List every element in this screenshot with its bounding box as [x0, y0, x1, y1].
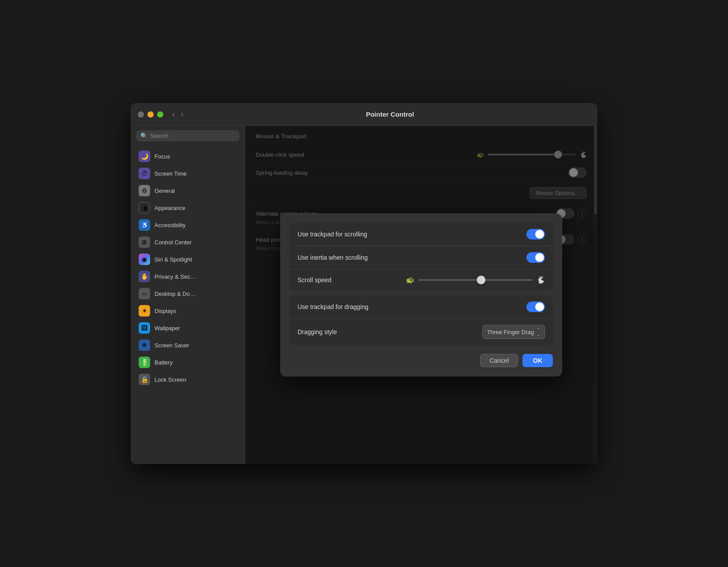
use-inertia-row: Use inertia when scrolling	[290, 246, 553, 269]
sidebar-item-lock-screen[interactable]: 🔒 Lock Screen	[133, 371, 242, 388]
sidebar-item-displays[interactable]: ☀ Displays	[133, 302, 242, 319]
scroll-fast-icon: 🐇	[536, 276, 545, 284]
scroll-speed-thumb	[477, 276, 485, 284]
sidebar-label-general: General	[154, 188, 175, 194]
minimize-button[interactable]	[147, 111, 154, 118]
use-inertia-label: Use inertia when scrolling	[298, 254, 526, 261]
main-content: 🔍 Search 🌙 Focus ⏱ Screen Time ⚙ General	[131, 126, 597, 464]
use-trackpad-dragging-thumb	[535, 302, 544, 311]
privacy-icon: ✋	[139, 271, 150, 282]
scroll-speed-label: Scroll speed	[298, 276, 406, 284]
use-trackpad-scrolling-label: Use trackpad for scrolling	[298, 231, 526, 238]
sidebar-label-accessibility: Accessibility	[154, 222, 186, 228]
sidebar-label-screen-time: Screen Time	[154, 170, 187, 177]
control-center-icon: ⊞	[139, 236, 150, 248]
use-trackpad-dragging-toggle[interactable]	[526, 302, 545, 312]
sidebar-item-desktop[interactable]: ▭ Desktop & Do…	[133, 285, 242, 302]
trackpad-modal: Use trackpad for scrolling Use inertia w…	[280, 214, 562, 376]
cancel-button[interactable]: Cancel	[480, 354, 518, 367]
use-trackpad-dragging-row: Use trackpad for dragging	[290, 295, 553, 319]
modal-footer: Cancel OK	[290, 350, 553, 367]
use-trackpad-scrolling-toggle[interactable]	[526, 229, 545, 239]
focus-icon: 🌙	[139, 151, 150, 162]
search-bar[interactable]: 🔍 Search	[136, 130, 239, 141]
sidebar-item-battery[interactable]: 🔋 Battery	[133, 354, 242, 371]
sidebar-item-screen-time[interactable]: ⏱ Screen Time	[133, 165, 242, 182]
screen-time-icon: ⏱	[139, 168, 150, 179]
maximize-button[interactable]	[157, 111, 163, 118]
sidebar-item-appearance[interactable]: ◑ Appearance	[133, 199, 242, 216]
sidebar-item-general[interactable]: ⚙ General	[133, 182, 242, 199]
general-icon: ⚙	[139, 185, 150, 196]
sidebar-item-privacy[interactable]: ✋ Privacy & Sec…	[133, 268, 242, 285]
sidebar-label-battery: Battery	[154, 359, 173, 366]
scrolling-section: Use trackpad for scrolling Use inertia w…	[290, 223, 553, 290]
appearance-icon: ◑	[139, 202, 150, 214]
lock-screen-icon: 🔒	[139, 374, 150, 385]
sidebar-label-displays: Displays	[154, 308, 176, 314]
sidebar-label-control-center: Control Center	[154, 239, 192, 246]
search-icon: 🔍	[140, 133, 147, 139]
sidebar-label-focus: Focus	[154, 153, 170, 160]
use-inertia-thumb	[535, 253, 544, 262]
sidebar-label-screen-saver: Screen Saver	[154, 342, 189, 349]
sidebar-item-control-center[interactable]: ⊞ Control Center	[133, 234, 242, 250]
sidebar-label-lock-screen: Lock Screen	[154, 376, 186, 383]
sidebar-label-appearance: Appearance	[154, 205, 185, 211]
accessibility-icon: ♿	[139, 219, 150, 231]
sidebar-label-desktop: Desktop & Do…	[154, 291, 195, 297]
window-title: Pointer Control	[190, 110, 590, 118]
use-trackpad-scrolling-thumb	[535, 230, 544, 239]
search-placeholder: Search	[150, 133, 168, 139]
traffic-lights	[138, 111, 163, 118]
sidebar-label-siri: Siri & Spotlight	[154, 256, 192, 263]
search-container: 🔍 Search	[131, 126, 245, 146]
sidebar-item-focus[interactable]: 🌙 Focus	[133, 148, 242, 165]
use-trackpad-scrolling-row: Use trackpad for scrolling	[290, 223, 553, 246]
use-trackpad-dragging-label: Use trackpad for dragging	[298, 303, 526, 310]
dragging-style-row: Dragging style Three Finger Drag ⌃⌄	[290, 319, 553, 345]
dragging-style-select[interactable]: Three Finger Drag ⌃⌄	[482, 325, 545, 339]
sidebar-item-siri[interactable]: ◉ Siri & Spotlight	[133, 251, 242, 268]
modal-overlay: Use trackpad for scrolling Use inertia w…	[245, 126, 597, 464]
sidebar: 🔍 Search 🌙 Focus ⏱ Screen Time ⚙ General	[131, 126, 245, 464]
battery-icon: 🔋	[139, 357, 150, 368]
main-window: ‹ › Pointer Control 🔍 Search 🌙 Focus ⏱	[131, 103, 597, 464]
main-panel: Mouse & Trackpad Double-click speed 🐢 🐇 …	[245, 126, 597, 464]
sidebar-label-privacy: Privacy & Sec…	[154, 273, 196, 280]
dragging-style-chevron: ⌃⌄	[537, 327, 540, 337]
use-inertia-toggle[interactable]	[526, 252, 545, 263]
scroll-slow-icon: 🐢	[406, 276, 415, 284]
sidebar-item-wallpaper[interactable]: 🖼 Wallpaper	[133, 320, 242, 336]
dragging-style-label: Dragging style	[298, 328, 482, 335]
scroll-speed-row: Scroll speed 🐢 🐇	[290, 269, 553, 290]
dragging-section: Use trackpad for dragging Dragging style…	[290, 295, 553, 345]
sidebar-item-accessibility[interactable]: ♿ Accessibility	[133, 217, 242, 233]
dragging-style-value: Three Finger Drag	[487, 329, 534, 335]
back-button[interactable]: ‹	[170, 109, 176, 120]
ok-button[interactable]: OK	[522, 354, 553, 367]
sidebar-item-screen-saver[interactable]: ❄ Screen Saver	[133, 337, 242, 353]
close-button[interactable]	[138, 111, 144, 118]
screen-saver-icon: ❄	[139, 339, 150, 351]
sidebar-label-wallpaper: Wallpaper	[154, 325, 180, 331]
desktop-icon: ▭	[139, 288, 150, 299]
nav-buttons: ‹ ›	[170, 109, 185, 120]
scroll-speed-control: 🐢 🐇	[406, 276, 545, 284]
sidebar-items: 🌙 Focus ⏱ Screen Time ⚙ General ◑ Appear…	[131, 146, 245, 464]
scroll-speed-slider[interactable]	[418, 279, 533, 281]
forward-button[interactable]: ›	[179, 109, 185, 120]
titlebar: ‹ › Pointer Control	[131, 103, 597, 126]
displays-icon: ☀	[139, 305, 150, 317]
wallpaper-icon: 🖼	[139, 322, 150, 334]
siri-icon: ◉	[139, 254, 150, 265]
